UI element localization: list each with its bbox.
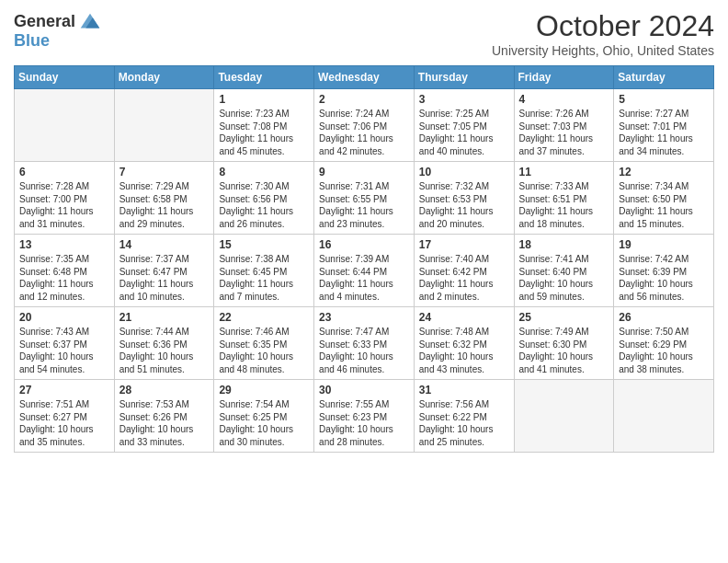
calendar-cell: 15Sunrise: 7:38 AMSunset: 6:45 PMDayligh… (214, 235, 314, 307)
sunrise: Sunrise: 7:43 AM (19, 326, 109, 339)
calendar-cell (614, 380, 714, 453)
header: General Blue October 2024 University Hei… (14, 9, 714, 58)
day-info: Sunrise: 7:40 AMSunset: 6:42 PMDaylight:… (419, 253, 509, 303)
daylight-hours: Daylight: 11 hours and 18 minutes. (519, 205, 609, 230)
logo: General Blue (14, 9, 103, 51)
sunset: Sunset: 6:42 PM (419, 266, 509, 279)
sunset: Sunset: 7:03 PM (519, 121, 609, 133)
daylight-hours: Daylight: 10 hours and 43 minutes. (419, 350, 509, 375)
day-info: Sunrise: 7:35 AMSunset: 6:48 PMDaylight:… (19, 253, 109, 303)
day-info: Sunrise: 7:51 AMSunset: 6:27 PMDaylight:… (19, 398, 109, 448)
sunrise: Sunrise: 7:44 AM (119, 326, 210, 339)
calendar-cell (15, 89, 115, 162)
sunrise: Sunrise: 7:26 AM (519, 108, 609, 121)
sunrise: Sunrise: 7:48 AM (419, 326, 509, 339)
calendar-cell: 20Sunrise: 7:43 AMSunset: 6:37 PMDayligh… (15, 307, 115, 380)
day-info: Sunrise: 7:25 AMSunset: 7:05 PMDaylight:… (419, 108, 509, 157)
calendar-cell: 13Sunrise: 7:35 AMSunset: 6:48 PMDayligh… (15, 235, 115, 307)
day-info: Sunrise: 7:38 AMSunset: 6:45 PMDaylight:… (219, 253, 309, 303)
calendar-cell: 11Sunrise: 7:33 AMSunset: 6:51 PMDayligh… (514, 162, 614, 235)
daylight-hours: Daylight: 10 hours and 25 minutes. (419, 423, 509, 448)
title-area: October 2024 University Heights, Ohio, U… (492, 9, 714, 58)
day-number: 13 (19, 238, 109, 251)
day-info: Sunrise: 7:41 AMSunset: 6:40 PMDaylight:… (519, 253, 609, 303)
sunset: Sunset: 6:35 PM (219, 339, 309, 351)
sunset: Sunset: 6:27 PM (19, 411, 109, 424)
calendar-week-5: 27Sunrise: 7:51 AMSunset: 6:27 PMDayligh… (15, 380, 714, 453)
calendar-cell: 17Sunrise: 7:40 AMSunset: 6:42 PMDayligh… (414, 235, 514, 307)
sunrise: Sunrise: 7:54 AM (219, 398, 309, 411)
sunset: Sunset: 6:26 PM (119, 411, 210, 424)
day-number: 21 (119, 311, 210, 324)
logo-text: General (14, 13, 75, 31)
sunrise: Sunrise: 7:28 AM (19, 180, 109, 193)
calendar-cell: 22Sunrise: 7:46 AMSunset: 6:35 PMDayligh… (214, 307, 314, 380)
daylight-hours: Daylight: 10 hours and 48 minutes. (219, 350, 309, 375)
sunrise: Sunrise: 7:34 AM (619, 180, 709, 193)
day-number: 3 (419, 93, 509, 106)
daylight-hours: Daylight: 11 hours and 4 minutes. (319, 278, 409, 303)
day-number: 17 (419, 238, 509, 251)
sunset: Sunset: 6:36 PM (119, 339, 210, 351)
calendar-cell: 14Sunrise: 7:37 AMSunset: 6:47 PMDayligh… (114, 235, 214, 307)
day-number: 27 (19, 384, 109, 396)
daylight-hours: Daylight: 11 hours and 40 minutes. (419, 132, 509, 157)
daylight-hours: Daylight: 10 hours and 33 minutes. (119, 423, 210, 448)
month-title: October 2024 (492, 9, 714, 43)
day-number: 20 (19, 311, 109, 324)
sunset: Sunset: 6:53 PM (419, 193, 509, 206)
sunset: Sunset: 6:58 PM (119, 193, 210, 206)
daylight-hours: Daylight: 11 hours and 7 minutes. (219, 278, 309, 303)
daylight-hours: Daylight: 10 hours and 46 minutes. (319, 350, 409, 375)
calendar-cell: 5Sunrise: 7:27 AMSunset: 7:01 PMDaylight… (614, 89, 714, 162)
sunrise: Sunrise: 7:29 AM (119, 180, 210, 193)
day-number: 1 (219, 93, 309, 106)
sunrise: Sunrise: 7:49 AM (519, 326, 609, 339)
day-info: Sunrise: 7:29 AMSunset: 6:58 PMDaylight:… (119, 180, 210, 230)
calendar-cell: 25Sunrise: 7:49 AMSunset: 6:30 PMDayligh… (514, 307, 614, 380)
calendar-week-4: 20Sunrise: 7:43 AMSunset: 6:37 PMDayligh… (15, 307, 714, 380)
sunset: Sunset: 7:05 PM (419, 121, 509, 133)
sunrise: Sunrise: 7:39 AM (319, 253, 409, 266)
sunset: Sunset: 7:01 PM (619, 121, 709, 133)
day-number: 26 (619, 311, 709, 324)
day-number: 19 (619, 238, 709, 251)
day-info: Sunrise: 7:56 AMSunset: 6:22 PMDaylight:… (419, 398, 509, 448)
day-info: Sunrise: 7:48 AMSunset: 6:32 PMDaylight:… (419, 326, 509, 375)
sunset: Sunset: 7:00 PM (19, 193, 109, 206)
daylight-hours: Daylight: 11 hours and 15 minutes. (619, 205, 709, 230)
sunrise: Sunrise: 7:25 AM (419, 108, 509, 121)
sunrise: Sunrise: 7:56 AM (419, 398, 509, 411)
daylight-hours: Daylight: 10 hours and 59 minutes. (519, 278, 609, 303)
day-info: Sunrise: 7:44 AMSunset: 6:36 PMDaylight:… (119, 326, 210, 375)
day-number: 5 (619, 93, 709, 106)
day-number: 24 (419, 311, 509, 324)
day-number: 7 (119, 166, 210, 178)
daylight-hours: Daylight: 10 hours and 35 minutes. (19, 423, 109, 448)
sunrise: Sunrise: 7:51 AM (19, 398, 109, 411)
calendar-cell: 6Sunrise: 7:28 AMSunset: 7:00 PMDaylight… (15, 162, 115, 235)
sunrise: Sunrise: 7:46 AM (219, 326, 309, 339)
day-info: Sunrise: 7:49 AMSunset: 6:30 PMDaylight:… (519, 326, 609, 375)
calendar-cell: 10Sunrise: 7:32 AMSunset: 6:53 PMDayligh… (414, 162, 514, 235)
calendar-cell: 31Sunrise: 7:56 AMSunset: 6:22 PMDayligh… (414, 380, 514, 453)
daylight-hours: Daylight: 11 hours and 2 minutes. (419, 278, 509, 303)
daylight-hours: Daylight: 11 hours and 34 minutes. (619, 132, 709, 157)
calendar-cell: 8Sunrise: 7:30 AMSunset: 6:56 PMDaylight… (214, 162, 314, 235)
header-day-saturday: Saturday (614, 66, 714, 89)
calendar-cell: 16Sunrise: 7:39 AMSunset: 6:44 PMDayligh… (314, 235, 415, 307)
daylight-hours: Daylight: 11 hours and 45 minutes. (219, 132, 309, 157)
day-number: 23 (319, 311, 409, 324)
calendar-week-3: 13Sunrise: 7:35 AMSunset: 6:48 PMDayligh… (15, 235, 714, 307)
calendar-week-1: 1Sunrise: 7:23 AMSunset: 7:08 PMDaylight… (15, 89, 714, 162)
day-info: Sunrise: 7:31 AMSunset: 6:55 PMDaylight:… (319, 180, 409, 230)
calendar-cell: 7Sunrise: 7:29 AMSunset: 6:58 PMDaylight… (114, 162, 214, 235)
calendar-cell: 30Sunrise: 7:55 AMSunset: 6:23 PMDayligh… (314, 380, 415, 453)
day-number: 14 (119, 238, 210, 251)
daylight-hours: Daylight: 11 hours and 42 minutes. (319, 132, 409, 157)
sunrise: Sunrise: 7:37 AM (119, 253, 210, 266)
day-number: 6 (19, 166, 109, 178)
daylight-hours: Daylight: 11 hours and 31 minutes. (19, 205, 109, 230)
day-info: Sunrise: 7:55 AMSunset: 6:23 PMDaylight:… (319, 398, 409, 448)
day-info: Sunrise: 7:43 AMSunset: 6:37 PMDaylight:… (19, 326, 109, 375)
